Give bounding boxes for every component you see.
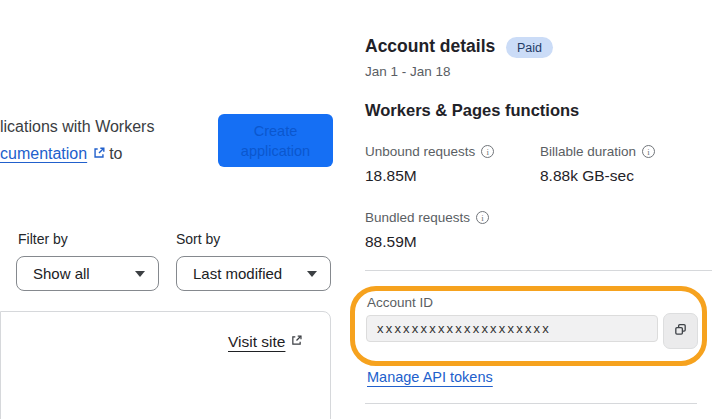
visit-site-link[interactable]: Visit site — [228, 333, 285, 351]
manage-api-tokens: Manage API tokens — [367, 369, 493, 385]
paid-plan-badge: Paid — [506, 37, 553, 58]
divider — [365, 403, 697, 404]
stat-label-text: Bundled requests — [365, 210, 470, 225]
account-id-label: Account ID — [367, 295, 433, 310]
chevron-down-icon — [307, 271, 317, 277]
functions-section-title: Workers & Pages functions — [365, 101, 579, 120]
info-icon[interactable]: i — [476, 211, 489, 224]
stat-label-text: Billable duration — [540, 144, 636, 159]
filter-select[interactable]: Show all — [16, 256, 159, 291]
stat-bundled-requests-label: Bundled requests i — [365, 210, 489, 225]
account-details-title: Account details — [365, 36, 495, 57]
manage-api-tokens-link[interactable]: Manage API tokens — [367, 369, 493, 385]
workers-pages-dashboard: lications with Workers cumentationto Cre… — [0, 0, 718, 419]
sort-select[interactable]: Last modified — [176, 256, 331, 291]
info-icon[interactable]: i — [642, 145, 655, 158]
documentation-link[interactable]: cumentation — [0, 145, 87, 162]
copy-icon — [673, 322, 688, 341]
info-icon[interactable]: i — [481, 145, 494, 158]
project-card — [0, 311, 331, 419]
external-link-icon — [290, 333, 303, 351]
divider — [365, 270, 712, 271]
account-id-field[interactable]: xxxxxxxxxxxxxxxxxxxx — [366, 315, 658, 342]
stat-billable-duration-label: Billable duration i — [540, 144, 655, 159]
intro-suffix: to — [109, 145, 122, 162]
stat-bundled-requests-value: 88.59M — [365, 233, 417, 251]
chevron-down-icon — [135, 271, 145, 277]
stat-unbound-requests-value: 18.85M — [365, 167, 417, 185]
external-link-icon — [92, 141, 106, 168]
filter-by-label: Filter by — [18, 231, 68, 247]
sort-select-value: Last modified — [193, 265, 282, 282]
intro-line1: lications with Workers — [0, 118, 154, 135]
sort-by-label: Sort by — [176, 231, 220, 247]
create-application-button[interactable]: Create application — [218, 114, 333, 167]
intro-text: lications with Workers cumentationto — [0, 113, 154, 168]
copy-account-id-button[interactable] — [663, 313, 698, 349]
date-range: Jan 1 - Jan 18 — [365, 64, 451, 79]
stat-billable-duration-value: 8.88k GB-sec — [540, 167, 634, 185]
stat-label-text: Unbound requests — [365, 144, 475, 159]
filter-select-value: Show all — [33, 265, 90, 282]
stat-unbound-requests-label: Unbound requests i — [365, 144, 494, 159]
visit-site: Visit site — [228, 333, 306, 351]
